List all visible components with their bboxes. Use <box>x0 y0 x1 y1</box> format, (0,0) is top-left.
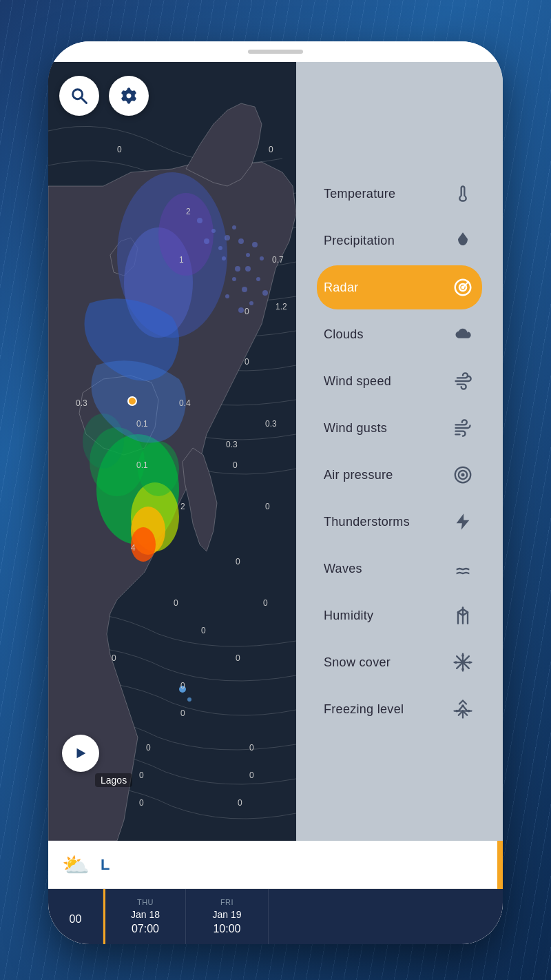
menu-label-temperature: Temperature <box>324 187 395 201</box>
map-panel: 0 0 2 1 0.7 0 1.2 0 0.3 0.4 0.1 0.3 0.3 … <box>48 62 296 841</box>
menu-label-waves: Waves <box>324 562 362 576</box>
menu-item-radar[interactable]: Radar <box>317 265 482 309</box>
map-number: 0 <box>236 653 240 663</box>
map-number: 0 <box>265 502 270 511</box>
map-number: 0 <box>146 743 151 753</box>
map-number: 0 <box>139 770 144 780</box>
svg-point-17 <box>232 277 236 281</box>
menu-label-thunderstorms: Thunderstorms <box>324 515 410 529</box>
svg-point-20 <box>262 290 268 296</box>
svg-point-18 <box>242 287 247 292</box>
map-number: 0 <box>249 743 254 753</box>
map-number: 0 <box>112 653 116 663</box>
menu-label-clouds: Clouds <box>324 327 364 342</box>
timeline-time-2: 10:00 <box>213 923 240 935</box>
menu-label-wind-gusts: Wind gusts <box>324 421 387 436</box>
svg-point-53 <box>461 654 464 657</box>
svg-point-56 <box>468 661 471 664</box>
map-number: 0 <box>245 307 249 316</box>
menu-item-temperature[interactable]: Temperature <box>317 172 482 216</box>
map-number: 1.2 <box>276 302 287 312</box>
svg-point-61 <box>455 710 458 713</box>
menu-item-wind-speed[interactable]: Wind speed <box>317 359 482 403</box>
svg-point-55 <box>455 661 457 664</box>
svg-point-7 <box>218 246 222 250</box>
map-number: 0.3 <box>76 398 87 408</box>
menu-item-thunderstorms[interactable]: Thunderstorms <box>317 500 482 544</box>
map-number: 0 <box>263 598 268 608</box>
svg-point-52 <box>461 661 465 664</box>
svg-point-21 <box>249 301 253 305</box>
map-number: 0 <box>174 598 178 608</box>
phone-top-bar <box>48 41 503 62</box>
location-dot <box>127 396 137 406</box>
snowflake-icon <box>450 650 475 675</box>
map-number: 0.3 <box>265 419 277 429</box>
timeline-day-2: FRI <box>220 898 233 906</box>
europe-map <box>48 62 296 841</box>
map-number: 0 <box>139 798 144 808</box>
menu-label-precipitation: Precipitation <box>324 234 395 248</box>
menu-label-wind-speed: Wind speed <box>324 374 391 389</box>
play-button[interactable] <box>62 735 99 772</box>
map-number: 0 <box>180 708 185 718</box>
svg-line-34 <box>82 99 87 103</box>
svg-point-4 <box>197 218 202 223</box>
map-number: 0 <box>249 770 254 780</box>
wind-speed-icon <box>450 369 475 394</box>
map-number: 0 <box>236 557 240 566</box>
map-number: 1 <box>179 255 184 265</box>
menu-label-radar: Radar <box>324 280 359 295</box>
search-button[interactable] <box>59 76 99 116</box>
svg-point-8 <box>225 235 230 241</box>
bottom-bar: ⛅ L 00 THU Jan 18 07:00 FRI Jan 19 10:00 <box>48 841 503 944</box>
map-number: 2 <box>180 502 185 511</box>
map-number: 0 <box>245 357 249 367</box>
waves-icon <box>450 556 475 581</box>
map-number: 0 <box>269 145 273 154</box>
svg-point-5 <box>211 229 216 233</box>
bottom-bar-top: ⛅ L <box>48 841 503 889</box>
phone-frame: 0 0 2 1 0.7 0 1.2 0 0.3 0.4 0.1 0.3 0.3 … <box>48 41 503 944</box>
map-number: 0.4 <box>179 398 191 408</box>
menu-item-humidity[interactable]: Humidity <box>317 593 482 637</box>
lightning-icon <box>450 509 475 534</box>
timeline-time-1: 07:00 <box>132 923 159 935</box>
svg-point-22 <box>238 307 244 313</box>
thermometer-icon <box>450 181 475 206</box>
map-number: 0 <box>233 460 238 470</box>
menu-item-freezing-level[interactable]: Freezing level <box>317 687 482 731</box>
map-number: 0.3 <box>226 440 238 449</box>
svg-point-40 <box>461 473 465 477</box>
timeline-col-2: FRI Jan 19 10:00 <box>186 889 269 944</box>
menu-label-air-pressure: Air pressure <box>324 468 393 482</box>
map-number: 0 <box>238 798 242 808</box>
timeline: 00 THU Jan 18 07:00 FRI Jan 19 10:00 <box>48 889 503 944</box>
svg-point-63 <box>468 710 470 713</box>
menu-item-air-pressure[interactable]: Air pressure <box>317 453 482 497</box>
menu-item-wind-gusts[interactable]: Wind gusts <box>317 406 482 450</box>
menu-item-snow-cover[interactable]: Snow cover <box>317 640 482 684</box>
menu-item-clouds[interactable]: Clouds <box>317 312 482 356</box>
weather-cloud-icon: ⛅ <box>62 852 90 878</box>
timeline-day-1: THU <box>137 898 154 906</box>
menu-item-precipitation[interactable]: Precipitation <box>317 218 482 263</box>
menu-item-waves[interactable]: Waves <box>317 547 482 591</box>
lagos-label: Lagos <box>95 773 132 787</box>
svg-point-16 <box>245 266 251 272</box>
cloud-icon <box>450 322 475 347</box>
map-number: 0.1 <box>136 419 148 429</box>
svg-point-13 <box>246 253 250 257</box>
menu-label-humidity: Humidity <box>324 609 373 623</box>
map-number: 0.7 <box>272 255 284 265</box>
map-number: 0 <box>201 626 206 635</box>
svg-point-11 <box>222 256 226 261</box>
radar-icon <box>450 275 475 300</box>
freeze-icon <box>450 697 475 722</box>
timeline-date-1: Jan 18 <box>131 909 160 920</box>
svg-point-12 <box>235 266 240 272</box>
timeline-time-0: 00 <box>70 913 82 926</box>
map-number: 0 <box>117 145 122 154</box>
phone-speaker <box>248 50 303 54</box>
settings-button[interactable] <box>109 76 149 116</box>
